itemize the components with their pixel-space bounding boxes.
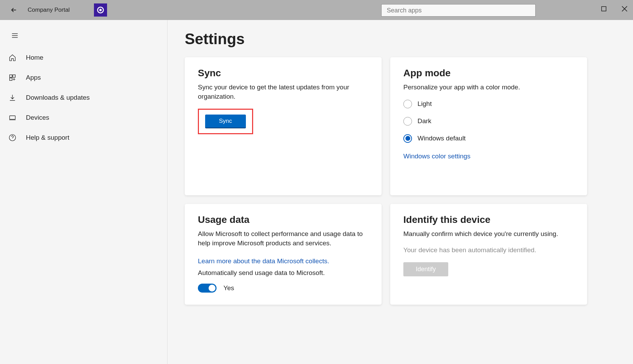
usage-learn-more-link[interactable]: Learn more about the data Microsoft coll… (198, 257, 329, 265)
radio-label: Dark (418, 117, 431, 125)
usage-auto-label: Automatically send usage data to Microso… (198, 269, 368, 277)
usage-toggle-label: Yes (223, 284, 234, 292)
home-icon (9, 54, 16, 61)
app-mode-radio-group: Light Dark Windows default (403, 100, 574, 143)
sidebar-item-apps[interactable]: Apps (0, 68, 167, 88)
maximize-button[interactable] (598, 3, 609, 14)
app-title: Company Portal (28, 7, 70, 13)
arrow-left-icon (10, 6, 18, 14)
usage-title: Usage data (198, 214, 368, 225)
sync-card: Sync Sync your device to get the latest … (185, 57, 382, 195)
usage-toggle[interactable] (198, 284, 217, 293)
sync-desc: Sync your device to get the latest updat… (198, 83, 368, 101)
identify-status: Your device has been automatically ident… (403, 246, 574, 254)
hamburger-button[interactable] (6, 27, 23, 44)
sidebar-item-label: Help & support (26, 134, 69, 141)
sidebar-item-devices[interactable]: Devices (0, 108, 167, 128)
svg-rect-2 (602, 7, 606, 11)
sync-button[interactable]: Sync (205, 115, 246, 128)
sidebar-item-label: Devices (26, 114, 49, 121)
radio-icon (403, 100, 412, 108)
radio-label: Windows default (418, 135, 466, 142)
radio-label: Light (418, 100, 432, 108)
close-icon (622, 6, 627, 12)
app-mode-desc: Personalize your app with a color mode. (403, 83, 574, 92)
close-button[interactable] (619, 3, 630, 14)
window-controls (598, 3, 630, 14)
highlight-annotation: Sync (198, 109, 253, 134)
app-mode-title: App mode (403, 68, 574, 79)
main-content: Settings Sync Sync your device to get th… (167, 20, 633, 364)
svg-rect-3 (10, 75, 12, 77)
color-settings-link[interactable]: Windows color settings (403, 153, 470, 160)
title-bar: Company Portal (0, 0, 633, 20)
sync-title: Sync (198, 68, 368, 79)
radio-icon (403, 117, 412, 126)
radio-light[interactable]: Light (403, 100, 574, 108)
back-button[interactable] (7, 3, 21, 17)
svg-rect-6 (10, 116, 16, 119)
app-logo (94, 3, 107, 17)
identify-title: Identify this device (403, 214, 574, 225)
search-input[interactable] (381, 4, 536, 17)
sidebar-item-label: Home (26, 54, 44, 61)
sidebar-item-home[interactable]: Home (0, 48, 167, 68)
identify-card: Identify this device Manually confirm wh… (390, 204, 587, 305)
radio-dark[interactable]: Dark (403, 117, 574, 126)
apps-icon (9, 74, 16, 81)
identify-desc: Manually confirm which device you're cur… (403, 229, 574, 239)
square-icon (601, 6, 606, 11)
svg-point-1 (99, 9, 102, 11)
sidebar-item-help[interactable]: Help & support (0, 128, 167, 148)
identify-button[interactable]: Identify (403, 262, 448, 276)
usage-data-card: Usage data Allow Microsoft to collect pe… (185, 204, 382, 305)
radio-icon-selected (403, 134, 412, 143)
usage-toggle-row: Yes (198, 284, 368, 293)
page-title: Settings (185, 30, 616, 48)
sidebar: Home Apps Downloads & updates Devices He… (0, 20, 167, 364)
sidebar-item-downloads[interactable]: Downloads & updates (0, 88, 167, 108)
hamburger-icon (11, 32, 19, 39)
app-mode-card: App mode Personalize your app with a col… (390, 57, 587, 195)
devices-icon (9, 114, 16, 121)
svg-rect-5 (10, 78, 12, 80)
usage-desc: Allow Microsoft to collect performance a… (198, 229, 368, 248)
sidebar-item-label: Apps (26, 74, 41, 81)
help-icon (9, 134, 16, 141)
svg-rect-4 (13, 75, 15, 77)
radio-windows-default[interactable]: Windows default (403, 134, 574, 143)
sidebar-item-label: Downloads & updates (26, 94, 90, 101)
download-icon (9, 94, 16, 101)
